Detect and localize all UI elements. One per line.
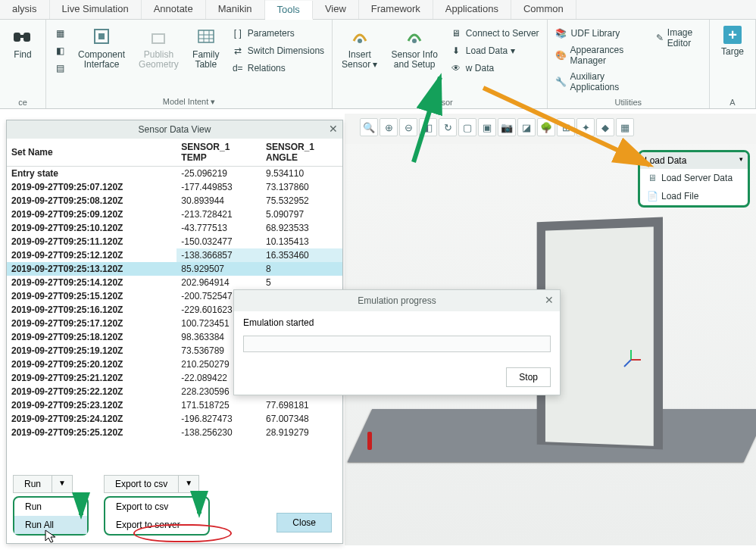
load-data-button[interactable]: ⬇Load Data ▾	[447, 43, 542, 58]
component-interface-button[interactable]: Component Interface	[73, 23, 130, 73]
target-button[interactable]: + Targe	[714, 23, 751, 60]
tab-framework[interactable]: Framework	[359, 0, 433, 19]
emulation-progress-dialog: Emulation progress ✕ Emulation started S…	[233, 289, 561, 395]
palette-icon: 🎨	[555, 49, 567, 61]
relations-button[interactable]: d=Relations	[229, 61, 327, 76]
shade-icon[interactable]: ◆	[596, 118, 614, 136]
plus-icon: +	[723, 26, 742, 44]
run-menu: Run Run All	[13, 496, 89, 536]
tab-analysis[interactable]: alysis	[0, 0, 50, 19]
camera-icon[interactable]: 📷	[498, 118, 516, 136]
col-sensor1-angle[interactable]: SENSOR_1 ANGLE	[261, 139, 342, 167]
view-icon[interactable]: ▣	[478, 118, 496, 136]
load-server-data-option[interactable]: 🖥Load Server Data	[640, 169, 748, 187]
small-btn-1[interactable]: ▦	[51, 26, 69, 41]
small-btn-2[interactable]: ◧	[51, 43, 69, 58]
menu-run-all[interactable]: Run All	[14, 516, 87, 534]
table-row[interactable]: 2019-09-27T09:25:09.120Z-213.7284215.090…	[7, 208, 342, 221]
library-icon: 📚	[555, 27, 567, 39]
publish-icon	[148, 26, 169, 47]
viewport-toolbar: 🔍 ⊕ ⊖ ◧ ↻ ▢ ▣ 📷 ◪ 🌳 ⊞ ✦ ◆ ▦	[360, 118, 634, 138]
table-row[interactable]: 2019-09-27T09:25:08.120Z30.89394475.5329…	[7, 194, 342, 208]
col-set-name[interactable]: Set Name	[7, 139, 177, 167]
ribbon-group-title: Sensor	[337, 96, 542, 108]
close-button[interactable]: Close	[276, 513, 332, 532]
svg-point-12	[412, 39, 417, 43]
tab-live-simulation[interactable]: Live Simulation	[50, 0, 142, 19]
tab-manikin[interactable]: Manikin	[206, 0, 265, 19]
tree-icon[interactable]: 🌳	[537, 118, 555, 136]
panel-title: Sensor Data View ✕	[7, 120, 342, 139]
switch-icon: ⇄	[232, 45, 244, 57]
find-button[interactable]: Find	[5, 23, 41, 63]
file-icon: 📄	[646, 191, 658, 201]
close-icon[interactable]: ✕	[329, 123, 338, 135]
tab-view[interactable]: View	[313, 0, 359, 19]
ribbon-group-title: Utilities	[552, 96, 704, 108]
close-icon[interactable]: ✕	[545, 294, 554, 306]
view-icon: 👁	[450, 62, 462, 74]
tab-common[interactable]: Common	[511, 0, 576, 19]
zoom-fit-icon[interactable]: 🔍	[360, 118, 378, 136]
table-row[interactable]: 2019-09-27T09:25:11.120Z-150.03247710.13…	[7, 235, 342, 248]
insert-sensor-button[interactable]: Insert Sensor ▾	[337, 23, 382, 73]
ribbon-tabs: alysis Live Simulation Annotate Manikin …	[0, 0, 756, 20]
sensor-info-icon	[404, 26, 425, 47]
axis-icon[interactable]: ✦	[576, 118, 595, 136]
switch-dimensions-button[interactable]: ⇄Switch Dimensions	[229, 43, 327, 58]
table-row[interactable]: 2019-09-27T09:25:23.120Z171.51872577.698…	[7, 398, 342, 412]
svg-rect-4	[98, 33, 105, 39]
export-split-button[interactable]: Export to csv ▼	[104, 475, 210, 493]
image-editor-button[interactable]: ✎Image Editor	[652, 26, 704, 50]
appearances-button[interactable]: 🎨Appearances Manager	[552, 43, 633, 67]
relations-icon: d=	[232, 62, 244, 74]
brackets-icon: [ ]	[232, 27, 244, 39]
table-row[interactable]: 2019-09-27T09:25:07.120Z-177.44985373.13…	[7, 180, 342, 194]
family-table-button[interactable]: Family Table	[188, 23, 224, 73]
connect-server-button[interactable]: 🖥Connect to Server	[447, 26, 542, 41]
zoom-in-icon[interactable]: ⊕	[380, 118, 398, 136]
ribbon-group-title[interactable]: Model Intent ▾	[51, 95, 327, 108]
binoculars-icon	[12, 26, 33, 47]
load-data-header[interactable]: Load Data	[640, 152, 748, 169]
tab-annotate[interactable]: Annotate	[142, 0, 206, 19]
load-data-dropdown: Load Data 🖥Load Server Data 📄Load File	[638, 150, 750, 208]
run-split-button[interactable]: Run ▼	[13, 475, 89, 493]
parameters-button[interactable]: [ ]Parameters	[229, 26, 327, 41]
table-row[interactable]: 2019-09-27T09:25:10.120Z-43.77751368.923…	[7, 221, 342, 235]
table-row[interactable]: 2019-09-27T09:25:12.120Z-138.36685716.35…	[7, 248, 342, 262]
box-icon[interactable]: ▢	[458, 118, 476, 136]
marker-icon	[367, 432, 372, 450]
chevron-down-icon[interactable]: ▼	[178, 475, 199, 493]
emulation-status: Emulation started	[243, 317, 551, 328]
table-row[interactable]: 2019-09-27T09:25:25.120Z-138.25623028.91…	[7, 426, 342, 439]
auxiliary-apps-button[interactable]: 🔧Auxiliary Applications	[552, 70, 633, 94]
menu-run[interactable]: Run	[14, 498, 87, 516]
sensor-icon	[349, 26, 370, 47]
small-btn-3[interactable]: ▤	[51, 61, 69, 76]
spin-icon[interactable]: ↻	[439, 118, 457, 136]
table-row[interactable]: 2019-09-27T09:25:24.120Z-196.82747367.00…	[7, 412, 342, 426]
col-sensor1-temp[interactable]: SENSOR_1 TEMP	[177, 139, 261, 167]
load-file-option[interactable]: 📄Load File	[640, 187, 748, 205]
zoom-out-icon[interactable]: ⊖	[399, 118, 417, 136]
chevron-down-icon[interactable]: ▼	[52, 475, 73, 493]
ribbon: Find ce ▦ ◧ ▤ Component Interface Publis…	[0, 20, 756, 109]
tools-icon: 🔧	[555, 76, 567, 88]
grid-icon[interactable]: ⊞	[557, 118, 575, 136]
menu-export-csv[interactable]: Export to csv	[105, 498, 208, 516]
udf-library-button[interactable]: 📚UDF Library	[552, 26, 633, 41]
export-menu: Export to csv Export to server	[104, 496, 210, 536]
table-row[interactable]: Entry state-25.0962199.534110	[7, 167, 342, 181]
orient-icon[interactable]: ◧	[419, 118, 437, 136]
cube-icon[interactable]: ◪	[517, 118, 536, 136]
view-data-button[interactable]: 👁w Data	[447, 61, 542, 76]
menu-export-server[interactable]: Export to server	[105, 516, 208, 534]
tab-tools[interactable]: Tools	[265, 1, 313, 20]
tab-applications[interactable]: Applications	[433, 0, 511, 19]
stop-button[interactable]: Stop	[506, 367, 551, 387]
sensor-info-button[interactable]: Sensor Info and Setup	[386, 23, 442, 73]
table-row[interactable]: 2019-09-27T09:25:13.120Z85.9295078	[7, 262, 342, 276]
table-row[interactable]: 2019-09-27T09:25:14.120Z202.9649145	[7, 276, 342, 289]
more-icon[interactable]: ▦	[616, 118, 634, 136]
